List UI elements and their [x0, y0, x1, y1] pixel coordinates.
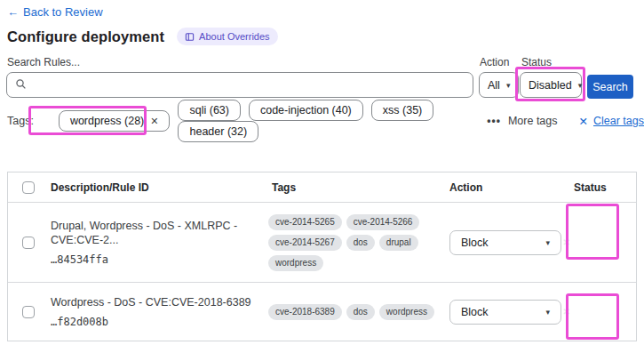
toggle-knob: [577, 306, 593, 322]
chevron-down-icon: ▾: [545, 308, 550, 317]
tag-chip: dos: [346, 304, 375, 320]
tag-chip: dos: [346, 235, 375, 251]
tag-chip: wordpress: [268, 255, 323, 271]
tag-chip: cve-2014-5265: [268, 214, 342, 230]
about-overrides-badge[interactable]: About Overrides: [177, 28, 277, 45]
about-overrides-label: About Overrides: [199, 31, 269, 42]
tag-pill-wordpress-selected[interactable]: wordpress (28) ✕: [59, 110, 171, 132]
action-label: Action: [480, 56, 509, 68]
tag-pill[interactable]: xss (35): [371, 100, 433, 121]
clear-tags-label: Clear tags: [593, 115, 644, 127]
action-select[interactable]: Block ▾: [449, 230, 561, 255]
column-header-status: Status: [567, 181, 636, 194]
row-checkbox[interactable]: [22, 237, 35, 249]
chevron-down-icon: ▾: [578, 81, 583, 90]
remove-tag-icon[interactable]: ✕: [150, 116, 158, 127]
action-select-value: Block: [461, 306, 489, 318]
clear-tags-link[interactable]: ✕ Clear tags: [579, 115, 644, 128]
back-link-label: Back to Review: [23, 5, 103, 19]
back-to-review-link[interactable]: ← Back to Review: [7, 5, 103, 19]
tag-chip: cve-2014-5267: [268, 235, 342, 251]
action-dropdown-value: All: [488, 79, 500, 92]
column-header-description: Description/Rule ID: [44, 181, 265, 194]
tag-chip: drupal: [379, 235, 418, 251]
rule-tag-chips: cve-2014-5265cve-2014-5266cve-2014-5267d…: [268, 214, 442, 271]
search-icon: [15, 77, 27, 93]
chevron-down-icon: ▾: [506, 81, 511, 90]
tag-chip: cve-2014-5266: [346, 214, 420, 230]
back-arrow-icon: ←: [7, 5, 19, 19]
tag-pill-label: wordpress (28): [70, 115, 144, 127]
rule-id: …84534ffa: [51, 253, 265, 266]
toggle-knob: [577, 237, 593, 253]
search-rules-input[interactable]: [33, 79, 465, 92]
action-select[interactable]: Block ▾: [449, 300, 561, 325]
rules-table: Description/Rule ID Tags Action Status D…: [7, 172, 637, 341]
tag-chip: cve-2018-6389: [268, 304, 342, 320]
table-row: Drupal, Wordpress - DoS - XMLRPC - CVE:C…: [8, 203, 636, 283]
row-checkbox[interactable]: [22, 306, 35, 318]
table-body: Drupal, Wordpress - DoS - XMLRPC - CVE:C…: [8, 203, 636, 341]
search-input-container[interactable]: [6, 72, 473, 98]
toggle-x-icon: ✕: [563, 307, 570, 317]
title-row: Configure deployment About Overrides: [7, 28, 278, 45]
column-header-tags: Tags: [265, 181, 442, 194]
rule-id: …f82d008b: [51, 316, 265, 328]
chevron-down-icon: ▾: [545, 238, 550, 247]
status-dropdown[interactable]: Disabled ▾: [520, 72, 582, 98]
select-all-checkbox[interactable]: [22, 181, 35, 194]
table-row: Wordpress - DoS - CVE:CVE-2018-6389 …f82…: [8, 283, 636, 341]
action-dropdown[interactable]: All ▾: [479, 72, 519, 98]
tag-pill[interactable]: sqli (63): [178, 100, 240, 121]
rule-description: Wordpress - DoS - CVE:CVE-2018-6389: [51, 295, 265, 309]
more-tags-button[interactable]: ••• More tags: [487, 115, 557, 127]
tag-pill[interactable]: code-injection (40): [249, 100, 363, 121]
rule-tag-chips: cve-2018-6389doswordpress: [268, 304, 442, 320]
more-tags-label: More tags: [508, 115, 558, 127]
action-select-value: Block: [461, 237, 489, 249]
column-header-action: Action: [442, 181, 567, 194]
toggle-x-icon: ✕: [563, 237, 570, 247]
tag-pill[interactable]: header (32): [178, 121, 258, 142]
rule-description: Drupal, Wordpress - DoS - XMLRPC - CVE:C…: [51, 219, 265, 247]
search-rules-label: Search Rules...: [7, 56, 80, 68]
tag-pill-list: sqli (63)code-injection (40)xss (35)head…: [178, 100, 480, 142]
clear-tags-x-icon: ✕: [579, 115, 588, 128]
ellipsis-icon: •••: [487, 115, 501, 127]
search-button[interactable]: Search: [587, 75, 633, 99]
tags-bar: Tags: wordpress (28) ✕ sqli (63)code-inj…: [7, 110, 644, 132]
table-header-row: Description/Rule ID Tags Action Status: [8, 172, 636, 203]
status-label: Status: [521, 56, 552, 68]
tag-chip: wordpress: [379, 304, 434, 320]
status-dropdown-value: Disabled: [529, 79, 572, 92]
configure-deployment-page: ← Back to Review Configure deployment Ab…: [0, 0, 644, 361]
book-icon: [185, 32, 195, 42]
tags-label: Tags:: [7, 115, 34, 127]
page-title: Configure deployment: [7, 28, 164, 45]
